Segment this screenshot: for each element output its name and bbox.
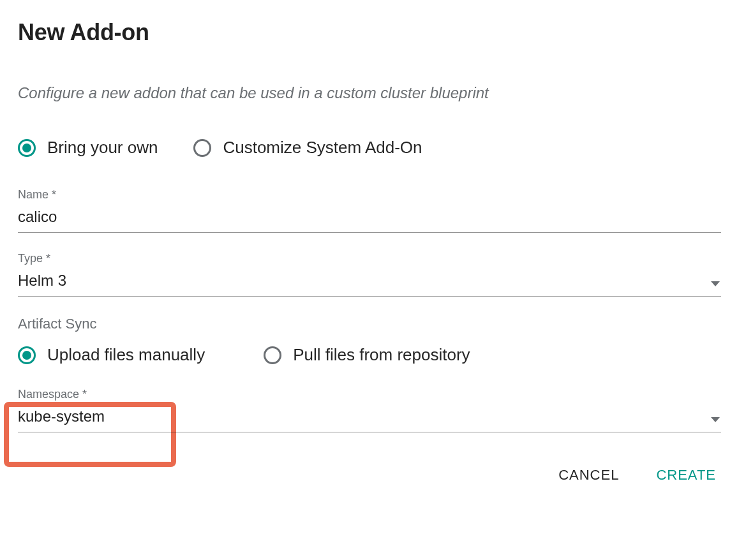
radio-upload-manually[interactable]: Upload files manually [18, 345, 205, 365]
radio-unselected-icon [193, 139, 211, 157]
type-label: Type * [18, 252, 721, 265]
radio-label: Upload files manually [47, 345, 205, 365]
radio-customize-system-addon[interactable]: Customize System Add-On [193, 138, 422, 158]
dialog-actions: CANCEL CREATE [18, 463, 721, 487]
type-field: Type * [18, 252, 721, 297]
radio-label: Bring your own [47, 138, 158, 158]
page-subtitle: Configure a new addon that can be used i… [18, 84, 721, 102]
radio-label: Pull files from repository [293, 345, 470, 365]
namespace-select[interactable] [18, 405, 721, 432]
namespace-field: Namespace * [18, 388, 721, 432]
cancel-button[interactable]: CANCEL [556, 463, 622, 487]
radio-unselected-icon [264, 346, 281, 364]
radio-label: Customize System Add-On [223, 138, 422, 158]
radio-selected-icon [18, 346, 36, 364]
radio-pull-from-repo[interactable]: Pull files from repository [264, 345, 470, 365]
addon-source-radio-group: Bring your own Customize System Add-On [18, 138, 721, 158]
artifact-sync-radio-group: Upload files manually Pull files from re… [18, 345, 721, 365]
radio-selected-icon [18, 139, 36, 157]
type-select[interactable] [18, 269, 721, 297]
radio-bring-your-own[interactable]: Bring your own [18, 138, 158, 158]
name-label: Name * [18, 188, 721, 202]
name-input[interactable] [18, 205, 721, 233]
create-button[interactable]: CREATE [653, 463, 719, 487]
name-field: Name * [18, 188, 721, 233]
namespace-label: Namespace * [18, 388, 721, 401]
page-title: New Add-on [18, 19, 721, 46]
artifact-sync-label: Artifact Sync [18, 316, 721, 332]
